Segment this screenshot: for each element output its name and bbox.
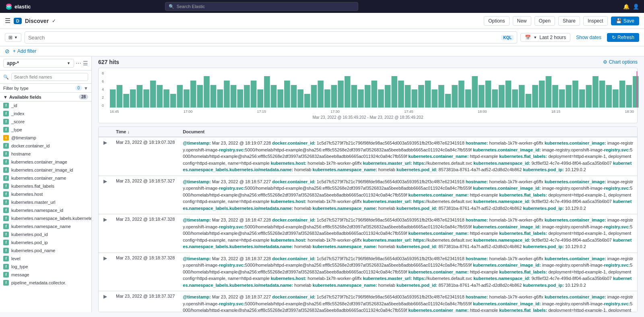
field-item[interactable]: fdocker.container_id: [0, 142, 91, 150]
refresh-button[interactable]: ↻ Refresh: [607, 33, 639, 42]
sidebar-list-button[interactable]: ☰: [83, 60, 88, 66]
add-filter-button[interactable]: + Add filter: [13, 48, 36, 54]
chart-options-label: Chart options: [609, 59, 638, 65]
field-item[interactable]: flog_type: [0, 263, 91, 271]
results-area[interactable]: Time ↓ Document ▶Mar 23, 2022 @ 18:19:07…: [98, 126, 638, 312]
y-label-4: 4: [102, 87, 104, 91]
field-item[interactable]: f_index: [0, 110, 91, 118]
svg-rect-30: [284, 81, 290, 108]
expand-row-button[interactable]: ▶: [103, 217, 108, 222]
expand-row-button[interactable]: ▶: [103, 140, 108, 145]
time-range-selector[interactable]: 📅 ▼ Last 2 hours: [520, 33, 570, 42]
share-button[interactable]: Share: [558, 16, 580, 26]
field-type-icon: f: [3, 103, 9, 108]
field-item[interactable]: fkubernetes.pod_ip: [0, 238, 91, 247]
field-item[interactable]: fkubernetes.master_url: [0, 198, 91, 206]
index-selector-chevron: ▼: [14, 35, 18, 39]
time-cell: Mar 23, 2022 @ 18:18:47.328: [112, 214, 179, 253]
svg-rect-15: [184, 89, 190, 108]
field-item[interactable]: t@timestamp: [0, 134, 91, 142]
field-name: _index: [11, 111, 24, 116]
field-item[interactable]: fmessage: [0, 271, 91, 279]
y-label-0: 0: [102, 104, 104, 108]
svg-rect-44: [378, 89, 384, 108]
save-button[interactable]: 💾 Save: [611, 17, 639, 25]
global-search-bar[interactable]: 🔍 Search Elastic: [165, 2, 358, 11]
svg-rect-76: [592, 76, 599, 108]
logo-text: elastic: [14, 4, 31, 10]
field-item[interactable]: f_score: [0, 118, 91, 126]
field-item[interactable]: fkubernetes.namespace_labels.kubernetes.…: [0, 214, 91, 222]
svg-rect-38: [338, 81, 344, 108]
add-filter-label: Add filter: [17, 48, 36, 54]
field-item[interactable]: fkubernetes.container_image: [0, 158, 91, 166]
field-item[interactable]: fhostname: [0, 150, 91, 158]
field-item[interactable]: f_type: [0, 126, 91, 134]
options-button[interactable]: Options: [484, 16, 509, 26]
table-row: ▶Mar 23, 2022 @ 18:18:37.328@timestamp: …: [99, 253, 637, 291]
field-item[interactable]: fkubernetes.namespace_id: [0, 206, 91, 214]
field-name: kubernetes.namespace_id: [11, 208, 63, 213]
field-item[interactable]: fkubernetes.pod_name: [0, 247, 91, 255]
elastic-logo: elastic: [5, 2, 31, 10]
field-item[interactable]: fkubernetes.host: [0, 190, 91, 198]
notifications-icon[interactable]: 🔔: [623, 4, 630, 10]
svg-rect-61: [492, 89, 498, 108]
chart-options-button[interactable]: ⚙ Chart options: [603, 59, 638, 65]
expand-row-button[interactable]: ▶: [103, 178, 108, 184]
field-item[interactable]: fkubernetes.pod_id: [0, 230, 91, 238]
field-list: f_idf_indexf_scoref_typet@timestampfdock…: [0, 102, 91, 312]
field-item[interactable]: fkubernetes.namespace_name: [0, 222, 91, 230]
field-type-icon: f: [3, 264, 9, 269]
field-item[interactable]: fkubernetes.container_name: [0, 174, 91, 182]
chart-label-7: 18:30: [625, 110, 634, 114]
search-icon: 🔍: [169, 4, 174, 9]
index-selector[interactable]: ⊞ ▼: [5, 33, 21, 42]
index-pattern-selector[interactable]: app-* ▼: [3, 59, 74, 68]
svg-rect-59: [479, 85, 485, 108]
search-input[interactable]: [28, 35, 501, 41]
field-name: message: [11, 272, 29, 277]
field-type-icon: f: [3, 224, 9, 229]
svg-rect-57: [465, 89, 471, 108]
field-item[interactable]: flevel: [0, 255, 91, 263]
chart-label-5: 18:00: [478, 110, 487, 114]
field-search-input[interactable]: [11, 73, 88, 81]
svg-rect-12: [163, 89, 169, 108]
field-item[interactable]: fkubernetes.flat_labels: [0, 182, 91, 190]
field-type-icon: f: [3, 111, 9, 116]
svg-rect-49: [411, 89, 417, 108]
open-button[interactable]: Open: [535, 16, 555, 26]
filter-type-chevron[interactable]: ▼: [84, 86, 88, 91]
show-dates-button[interactable]: Show dates: [574, 33, 604, 41]
new-button[interactable]: New: [513, 16, 531, 26]
sidebar-options-button[interactable]: ⋯: [76, 60, 81, 66]
kql-badge[interactable]: KQL: [501, 35, 514, 40]
filter-icon-button[interactable]: ⊘: [5, 48, 10, 54]
svg-rect-13: [170, 94, 176, 108]
table-row: ▶Mar 23, 2022 @ 18:19:07.328@timestamp: …: [99, 137, 637, 176]
svg-rect-29: [277, 89, 283, 108]
document-cell: @timestamp: Mar 23, 2022 @ 18:18:47.228 …: [179, 214, 637, 253]
document-cell: @timestamp: Mar 23, 2022 @ 18:18:57.227 …: [179, 176, 637, 214]
table-row: ▶Mar 23, 2022 @ 18:18:47.328@timestamp: …: [99, 214, 637, 253]
chart-label-6: 18:15: [551, 110, 561, 114]
user-icon[interactable]: 👤: [633, 4, 639, 10]
inspect-button[interactable]: Inspect: [583, 16, 608, 26]
svg-rect-80: [619, 81, 625, 108]
svg-rect-52: [431, 89, 438, 108]
expand-row-button[interactable]: ▶: [103, 294, 108, 299]
breadcrumb-check: ✓: [52, 18, 56, 24]
field-type-icon: f: [3, 240, 9, 245]
table-row: ▶Mar 23, 2022 @ 18:18:37.327@timestamp: …: [99, 291, 637, 313]
field-item[interactable]: fkubernetes.container_image_id: [0, 166, 91, 174]
toolbar-actions: Options New Open Share Inspect 💾 Save: [484, 16, 639, 26]
svg-rect-71: [559, 89, 565, 108]
field-item[interactable]: f_id: [0, 102, 91, 110]
field-item[interactable]: fpipeline_metadata.collector.: [0, 279, 91, 287]
time-col-header[interactable]: Time ↓: [112, 127, 179, 137]
hamburger-button[interactable]: ☰: [5, 17, 10, 25]
available-fields-chevron[interactable]: ▼: [3, 95, 8, 99]
expand-row-button[interactable]: ▶: [103, 255, 108, 261]
svg-rect-66: [526, 94, 532, 108]
